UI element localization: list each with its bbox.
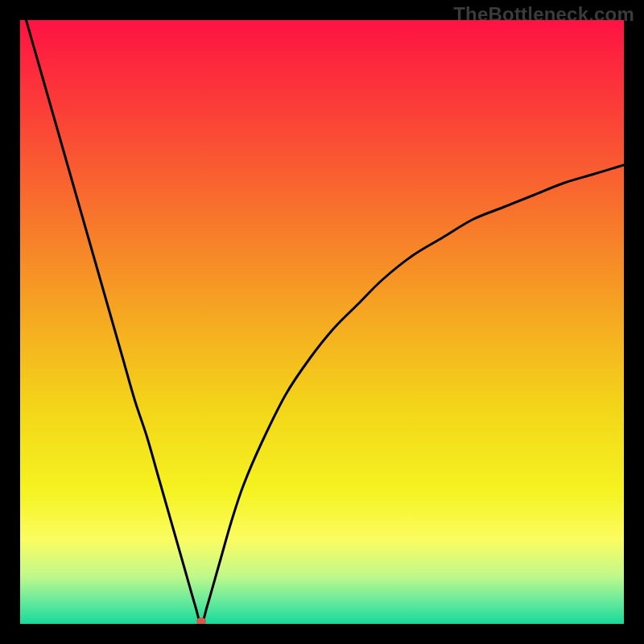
chart-frame: TheBottleneck.com <box>0 0 644 644</box>
plot-area <box>20 20 624 624</box>
background-gradient <box>20 20 624 624</box>
chart-svg <box>20 20 624 624</box>
